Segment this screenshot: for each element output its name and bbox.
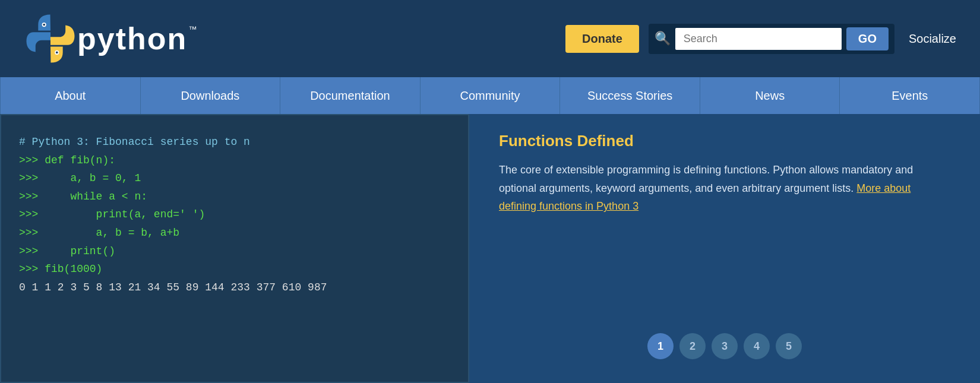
code-panel: # Python 3: Fibonacci series up to n>>> … xyxy=(0,114,469,383)
code-line: >>> a, b = b, a+b xyxy=(19,224,450,242)
python-logo-icon xyxy=(24,12,77,65)
search-icon[interactable]: 🔍 xyxy=(655,31,671,46)
nav-item-success-stories[interactable]: Success Stories xyxy=(560,77,700,114)
nav-item-about[interactable]: About xyxy=(0,77,141,114)
page-btn-2[interactable]: 2 xyxy=(679,333,706,359)
code-line: 0 1 1 2 3 5 8 13 21 34 55 89 144 233 377… xyxy=(19,278,450,297)
page-btn-1[interactable]: 1 xyxy=(647,333,674,359)
nav-item-community[interactable]: Community xyxy=(421,77,561,114)
logo-name-text: python xyxy=(77,23,187,54)
code-line: >>> print(a, end=' ') xyxy=(19,205,450,224)
main-content: # Python 3: Fibonacci series up to n>>> … xyxy=(0,114,980,383)
page-btn-4[interactable]: 4 xyxy=(744,333,770,359)
info-title: Functions Defined xyxy=(499,132,950,150)
search-input[interactable] xyxy=(675,28,842,50)
pagination: 12345 xyxy=(499,321,950,365)
info-content: Functions Defined The core of extensible… xyxy=(499,132,950,321)
info-panel: Functions Defined The core of extensible… xyxy=(469,114,980,383)
code-line: # Python 3: Fibonacci series up to n xyxy=(19,133,450,151)
svg-point-1 xyxy=(43,24,45,26)
svg-point-3 xyxy=(56,52,58,54)
logo-tm-text: ™ xyxy=(188,24,197,34)
logo-area: python ™ xyxy=(24,12,197,65)
page-btn-5[interactable]: 5 xyxy=(776,333,802,359)
page-btn-3[interactable]: 3 xyxy=(712,333,738,359)
nav-item-documentation[interactable]: Documentation xyxy=(280,77,421,114)
search-area: 🔍 GO xyxy=(649,24,894,54)
code-line: >>> def fib(n): xyxy=(19,151,450,170)
info-text: The core of extensible programming is de… xyxy=(499,161,950,216)
go-button[interactable]: GO xyxy=(846,27,889,50)
donate-button[interactable]: Donate xyxy=(565,25,639,53)
header: python ™ Donate 🔍 GO Socialize xyxy=(0,0,980,77)
info-text-before-link: The core of extensible programming is de… xyxy=(499,164,913,194)
header-right: Donate 🔍 GO Socialize xyxy=(565,24,956,54)
nav-item-downloads[interactable]: Downloads xyxy=(141,77,281,114)
code-line: >>> fib(1000) xyxy=(19,260,450,278)
nav-bar: AboutDownloadsDocumentationCommunitySucc… xyxy=(0,77,980,114)
code-line: >>> while a < n: xyxy=(19,188,450,206)
code-line: >>> print() xyxy=(19,242,450,261)
nav-item-news[interactable]: News xyxy=(700,77,840,114)
socialize-link[interactable]: Socialize xyxy=(909,32,956,46)
code-line: >>> a, b = 0, 1 xyxy=(19,169,450,188)
logo-text: python ™ xyxy=(77,23,197,54)
nav-item-events[interactable]: Events xyxy=(840,77,980,114)
